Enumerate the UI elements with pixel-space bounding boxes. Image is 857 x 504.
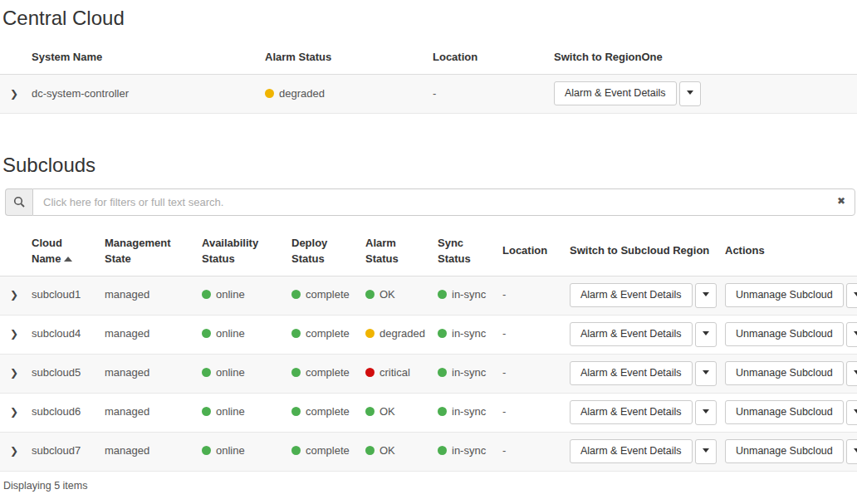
status-dot [265,89,274,98]
sync-status-cell: in-sync [431,276,496,315]
actions-cell: Unmanage Subcloud [718,354,857,393]
expand-chevron-icon[interactable]: ❯ [10,405,18,419]
alarm-status-cell: critical [359,354,431,393]
deploy-status-cell: complete [285,393,359,432]
expander-cell: ❯ [0,74,25,113]
actions-dropdown-button[interactable] [846,439,857,464]
unmanage-subcloud-button[interactable]: Unmanage Subcloud [725,322,844,347]
alarm-event-details-dropdown-button[interactable] [695,361,717,386]
location-cell: - [496,315,563,354]
column-header-location: Location [496,228,563,276]
location-cell: - [496,432,563,471]
alarm-status-cell: degraded [359,315,431,354]
expander-cell: ❯ [0,393,25,432]
status-dot [365,368,375,377]
unmanage-subcloud-button[interactable]: Unmanage Subcloud [725,439,844,464]
deploy-status-cell: complete [285,315,359,354]
caret-down-icon [703,370,709,374]
actions-dropdown-button[interactable] [846,283,857,308]
alarm-event-details-button[interactable]: Alarm & Event Details [570,322,693,347]
search-icon [13,196,25,208]
column-header-management-state: Management State [98,228,195,276]
actions-dropdown-button[interactable] [846,400,857,425]
alarm-status-cell: OK [359,432,431,471]
status-dot [291,290,301,299]
alarm-status-cell: OK [359,276,431,315]
alarm-event-details-dropdown-button[interactable] [695,400,717,425]
availability-status-cell: online [195,276,285,315]
subclouds-title: Subclouds [2,154,857,177]
unmanage-subcloud-button[interactable]: Unmanage Subcloud [725,361,844,386]
expander-cell: ❯ [0,354,25,393]
status-dot [202,407,211,416]
column-header-deploy-status: Deploy Status [285,228,359,276]
subclouds-header-row: Cloud Name Management State Availability… [0,228,857,276]
column-header-availability-status: Availability Status [195,228,285,276]
caret-down-icon [703,292,709,296]
actions-dropdown-button[interactable] [846,361,857,386]
column-header-alarm-status: Alarm Status [359,228,431,276]
alarm-event-details-dropdown-button[interactable] [695,283,717,308]
status-dot [365,407,375,416]
subclouds-search-bar: ✖ [5,188,855,216]
expand-chevron-icon[interactable]: ❯ [10,366,18,380]
system-name-cell: dc-system-controller [25,74,258,113]
search-addon [5,188,32,216]
alarm-event-details-button[interactable]: Alarm & Event Details [570,439,693,464]
alarm-event-details-button[interactable]: Alarm & Event Details [554,81,677,106]
availability-status-cell: online [195,393,285,432]
switch-region-cell: Alarm & Event Details [563,315,718,354]
search-input[interactable] [32,188,855,216]
cloud-name-cell: subcloud7 [25,432,98,471]
caret-down-icon [703,331,709,335]
cloud-name-header-label: Cloud Name [32,237,62,265]
column-header-location: Location [426,42,547,74]
status-dot [291,446,301,455]
column-header-actions: Actions [718,228,857,276]
clear-search-icon[interactable]: ✖ [837,196,845,206]
deploy-status-cell: complete [285,276,359,315]
alarm-event-details-dropdown-button[interactable] [695,439,717,464]
actions-cell: Unmanage Subcloud [718,315,857,354]
sync-status-cell: in-sync [431,432,496,471]
table-row: ❯ dc-system-controller degraded - Alarm … [0,74,857,113]
alarm-status-cell: degraded [258,74,426,113]
unmanage-subcloud-button[interactable]: Unmanage Subcloud [725,283,844,308]
subclouds-table: Cloud Name Management State Availability… [0,228,857,472]
central-cloud-title: Central Cloud [2,7,857,30]
caret-down-icon [703,448,709,453]
distributed-cloud-page: Central Cloud System Name Alarm Status L… [0,0,857,504]
caret-down-icon [687,91,693,95]
switch-region-cell: Alarm & Event Details [563,276,718,315]
alarm-status-cell: OK [359,393,431,432]
status-dot [438,368,447,377]
cloud-name-cell: subcloud4 [25,315,98,354]
column-header-switch-regionone: Switch to RegionOne [547,42,857,74]
expand-chevron-icon[interactable]: ❯ [10,87,18,101]
caret-down-icon [703,409,709,413]
expander-header [0,228,25,276]
management-state-cell: managed [98,315,195,354]
table-row: ❯ subcloud6 managed online complete OK i… [0,393,857,432]
actions-cell: Unmanage Subcloud [718,432,857,471]
status-dot [291,368,301,377]
alarm-event-details-button[interactable]: Alarm & Event Details [570,400,693,425]
status-dot [438,329,447,338]
alarm-event-details-button[interactable]: Alarm & Event Details [570,283,693,308]
column-header-cloud-name[interactable]: Cloud Name [25,228,98,276]
alarm-event-details-dropdown-button[interactable] [695,322,717,347]
unmanage-subcloud-button[interactable]: Unmanage Subcloud [725,400,844,425]
caret-down-icon [854,292,857,296]
table-row: ❯ subcloud7 managed online complete OK i… [0,432,857,471]
actions-dropdown-button[interactable] [846,322,857,347]
actions-cell: Unmanage Subcloud [718,393,857,432]
expand-chevron-icon[interactable]: ❯ [10,288,18,302]
table-row: ❯ subcloud5 managed online complete crit… [0,354,857,393]
expand-chevron-icon[interactable]: ❯ [10,327,18,341]
management-state-cell: managed [98,354,195,393]
status-dot [202,446,211,455]
expand-chevron-icon[interactable]: ❯ [10,444,18,458]
alarm-event-details-dropdown-button[interactable] [679,81,701,106]
location-cell: - [496,354,563,393]
alarm-event-details-button[interactable]: Alarm & Event Details [570,361,693,386]
